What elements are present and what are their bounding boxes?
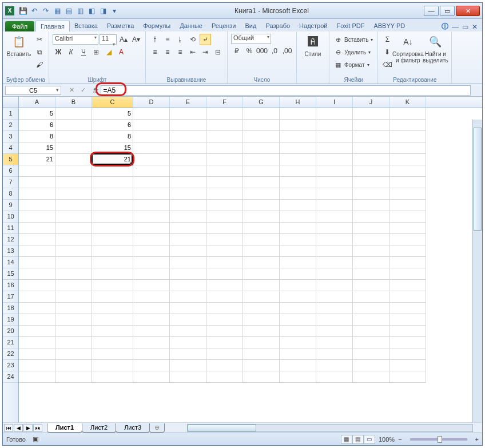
row-header[interactable]: 12 — [3, 234, 18, 245]
cell[interactable] — [316, 211, 353, 223]
cut-icon[interactable]: ✂ — [34, 34, 45, 45]
cell[interactable] — [280, 211, 316, 223]
cell[interactable] — [206, 245, 243, 257]
cell[interactable] — [55, 348, 92, 360]
ribbon-tab-главная[interactable]: Главная — [35, 21, 70, 31]
cell[interactable] — [19, 268, 55, 280]
column-header[interactable]: H — [280, 97, 316, 108]
cell[interactable] — [243, 371, 280, 383]
cell[interactable] — [316, 291, 353, 303]
cell[interactable] — [353, 154, 389, 165]
row-header[interactable]: 16 — [3, 280, 18, 291]
cell[interactable] — [389, 177, 426, 188]
cell[interactable] — [353, 120, 389, 131]
currency-icon[interactable]: ₽ — [231, 45, 242, 57]
qat-icon[interactable]: ▤ — [63, 6, 74, 16]
ribbon-tab-формулы[interactable]: Формулы — [138, 21, 175, 31]
row-header[interactable]: 2 — [3, 120, 18, 131]
cell[interactable] — [353, 142, 389, 154]
cell[interactable] — [206, 303, 243, 314]
row-header[interactable]: 18 — [3, 303, 18, 314]
cell[interactable] — [353, 165, 389, 177]
cell[interactable] — [389, 360, 426, 371]
cell[interactable] — [280, 120, 316, 131]
cell[interactable] — [206, 142, 243, 154]
cell[interactable] — [243, 348, 280, 360]
cell[interactable] — [206, 360, 243, 371]
cell[interactable] — [389, 337, 426, 348]
file-tab[interactable]: Файл — [5, 21, 34, 31]
column-header[interactable]: B — [55, 97, 92, 108]
cell[interactable] — [243, 131, 280, 142]
cell[interactable] — [133, 154, 170, 165]
cell[interactable] — [206, 120, 243, 131]
cell[interactable] — [133, 211, 170, 223]
inc-decimal-icon[interactable]: ,0 — [269, 45, 280, 57]
cell[interactable] — [133, 200, 170, 211]
row-header[interactable]: 6 — [3, 165, 18, 177]
cell[interactable] — [243, 188, 280, 200]
cell[interactable] — [19, 348, 55, 360]
cell[interactable] — [170, 245, 206, 257]
cell[interactable] — [92, 165, 133, 177]
cell[interactable] — [170, 314, 206, 326]
cell[interactable] — [92, 257, 133, 268]
cell[interactable] — [55, 303, 92, 314]
cell[interactable]: 6 — [92, 120, 133, 131]
cell[interactable] — [19, 211, 55, 223]
cell[interactable] — [316, 154, 353, 165]
cell[interactable] — [170, 177, 206, 188]
cell[interactable] — [19, 326, 55, 337]
row-header[interactable]: 14 — [3, 257, 18, 268]
cell[interactable]: 5 — [92, 108, 133, 120]
minimize-button[interactable]: — — [424, 6, 439, 16]
cell[interactable] — [19, 371, 55, 383]
cell[interactable] — [19, 177, 55, 188]
cell[interactable] — [353, 200, 389, 211]
ribbon-tab-разрабо[interactable]: Разрабо — [261, 21, 295, 31]
cell[interactable] — [316, 177, 353, 188]
cell[interactable] — [133, 371, 170, 383]
cell[interactable] — [353, 303, 389, 314]
cell[interactable] — [206, 326, 243, 337]
row-header[interactable]: 9 — [3, 200, 18, 211]
cell[interactable] — [280, 223, 316, 234]
comma-icon[interactable]: 000 — [256, 45, 268, 57]
cell[interactable] — [353, 280, 389, 291]
qat-icon[interactable]: ◧ — [86, 6, 97, 16]
cell[interactable] — [353, 337, 389, 348]
row-header[interactable]: 5 — [3, 154, 18, 165]
cell[interactable] — [316, 360, 353, 371]
cell[interactable] — [55, 280, 92, 291]
cell[interactable] — [133, 245, 170, 257]
cell[interactable] — [353, 234, 389, 245]
column-header[interactable]: D — [133, 97, 170, 108]
cell[interactable] — [206, 131, 243, 142]
cell[interactable] — [55, 360, 92, 371]
cell[interactable] — [170, 131, 206, 142]
zoom-in-icon[interactable]: + — [475, 436, 479, 443]
cell[interactable] — [19, 280, 55, 291]
cell[interactable] — [92, 245, 133, 257]
help-icon[interactable]: ⓘ — [442, 22, 448, 31]
cell[interactable] — [19, 314, 55, 326]
cell[interactable] — [92, 314, 133, 326]
cell[interactable] — [92, 188, 133, 200]
row-header[interactable]: 22 — [3, 348, 18, 360]
cell[interactable] — [389, 165, 426, 177]
cell[interactable] — [170, 142, 206, 154]
cell[interactable] — [316, 371, 353, 383]
clear-icon[interactable]: ⌫ — [381, 59, 393, 70]
cell[interactable] — [133, 268, 170, 280]
cell[interactable] — [389, 291, 426, 303]
cell[interactable] — [19, 223, 55, 234]
cell[interactable] — [353, 326, 389, 337]
fill-icon[interactable]: ⬇ — [381, 46, 393, 58]
row-header[interactable]: 4 — [3, 142, 18, 154]
cancel-formula-icon[interactable]: ✕ — [67, 86, 76, 94]
cell[interactable] — [389, 188, 426, 200]
ribbon-tab-foxit pdf[interactable]: Foxit PDF — [332, 21, 369, 31]
cell[interactable] — [206, 177, 243, 188]
name-box[interactable]: C5 — [5, 86, 61, 95]
cell[interactable] — [206, 314, 243, 326]
